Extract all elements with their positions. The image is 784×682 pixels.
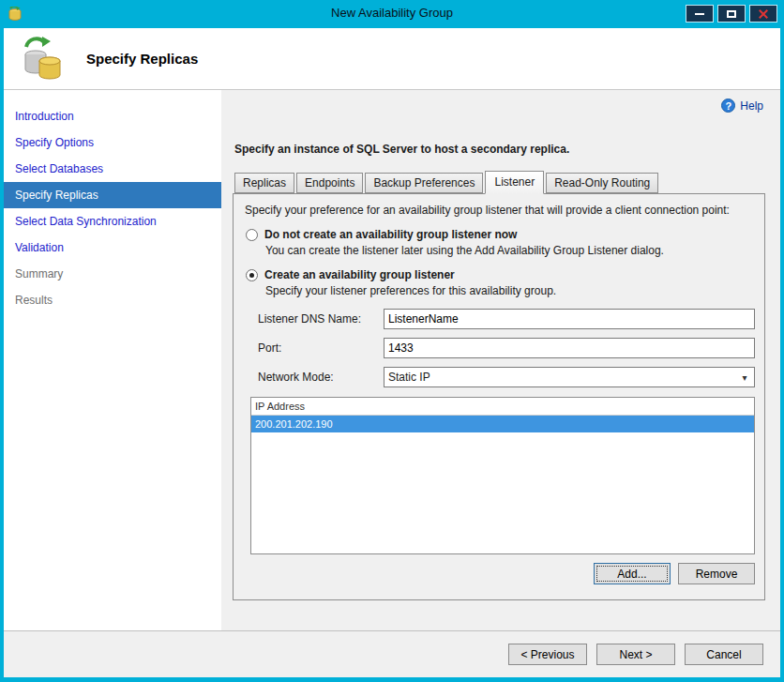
- wizard-body: Introduction Specify Options Select Data…: [4, 90, 780, 630]
- page-instruction: Specify an instance of SQL Server to hos…: [234, 143, 765, 156]
- wizard-footer: < Previous Next > Cancel: [4, 630, 780, 677]
- help-icon: ?: [721, 99, 735, 113]
- wizard-header: Specify Replicas: [4, 28, 780, 90]
- help-link[interactable]: ? Help: [721, 99, 763, 113]
- close-button[interactable]: [749, 5, 777, 23]
- maximize-icon: [727, 10, 736, 18]
- sidebar-item-select-data-synchronization[interactable]: Select Data Synchronization: [4, 208, 221, 235]
- replica-tabs: Replicas Endpoints Backup Preferences Li…: [233, 171, 765, 193]
- minimize-button[interactable]: [686, 5, 714, 23]
- sidebar-item-introduction[interactable]: Introduction: [4, 103, 221, 129]
- availability-group-icon: [19, 36, 66, 83]
- sidebar-item-summary: Summary: [4, 261, 221, 287]
- network-mode-select[interactable]: Static IP ▾: [384, 367, 755, 387]
- sidebar-item-specify-options[interactable]: Specify Options: [4, 129, 221, 156]
- window-title: New Availability Group: [0, 6, 784, 20]
- port-label: Port:: [258, 341, 384, 355]
- page-title: Specify Replicas: [86, 51, 198, 67]
- cancel-button[interactable]: Cancel: [685, 644, 763, 665]
- radio-no-listener-description: You can create the listener later using …: [265, 244, 755, 257]
- window-controls: [686, 5, 777, 23]
- sidebar-item-validation[interactable]: Validation: [4, 235, 221, 261]
- maximize-button[interactable]: [717, 5, 746, 23]
- next-button[interactable]: Next >: [596, 644, 675, 665]
- help-label: Help: [740, 99, 763, 113]
- radio-create-listener-description: Specify your listener preferences for th…: [265, 284, 755, 297]
- ip-address-row[interactable]: 200.201.202.190: [251, 416, 754, 432]
- tab-endpoints[interactable]: Endpoints: [296, 173, 363, 193]
- tab-read-only-routing[interactable]: Read-Only Routing: [546, 173, 658, 193]
- radio-no-listener-control[interactable]: [246, 229, 258, 241]
- dns-name-label: Listener DNS Name:: [258, 312, 384, 326]
- radio-create-listener-control[interactable]: [246, 269, 258, 281]
- tab-listener[interactable]: Listener: [485, 171, 544, 194]
- tab-backup-preferences[interactable]: Backup Preferences: [365, 173, 483, 193]
- ip-list-buttons: Add... Remove: [243, 563, 755, 584]
- port-input[interactable]: [384, 338, 755, 358]
- radio-no-listener-label[interactable]: Do not create an availability group list…: [264, 228, 517, 241]
- radio-create-listener[interactable]: Create an availability group listener: [246, 268, 755, 281]
- wizard-main-pane: ? Help Specify an instance of SQL Server…: [221, 90, 780, 630]
- add-button[interactable]: Add...: [594, 563, 671, 584]
- wizard-steps-sidebar: Introduction Specify Options Select Data…: [4, 90, 221, 630]
- titlebar: New Availability Group: [0, 0, 784, 28]
- ip-address-list[interactable]: IP Address 200.201.202.190: [250, 397, 755, 554]
- radio-no-listener[interactable]: Do not create an availability group list…: [246, 228, 755, 241]
- radio-create-listener-label[interactable]: Create an availability group listener: [264, 268, 455, 281]
- dialog-window: New Availability Group Specify Repli: [0, 0, 784, 682]
- chevron-down-icon: ▾: [735, 372, 754, 383]
- tab-replicas[interactable]: Replicas: [234, 173, 294, 193]
- dialog-content: Specify Replicas Introduction Specify Op…: [4, 28, 780, 677]
- sidebar-item-specify-replicas[interactable]: Specify Replicas: [4, 182, 221, 208]
- previous-button[interactable]: < Previous: [508, 644, 587, 665]
- listener-preference-text: Specify your preference for an availabil…: [245, 204, 755, 217]
- ip-address-column-header: IP Address: [251, 398, 754, 416]
- close-icon: [758, 8, 769, 20]
- network-mode-label: Network Mode:: [258, 371, 384, 384]
- sidebar-item-select-databases[interactable]: Select Databases: [4, 156, 221, 182]
- listener-tab-panel: Specify your preference for an availabil…: [233, 193, 765, 600]
- minimize-icon: [695, 13, 704, 15]
- sidebar-item-results: Results: [4, 287, 221, 313]
- remove-button[interactable]: Remove: [678, 563, 755, 584]
- network-mode-value: Static IP: [384, 371, 735, 384]
- dns-name-input[interactable]: [384, 309, 755, 329]
